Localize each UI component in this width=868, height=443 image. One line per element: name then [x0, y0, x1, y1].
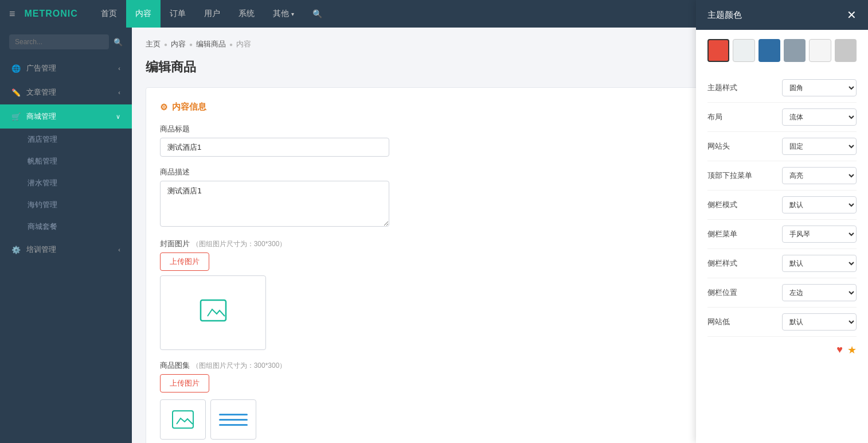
theme-panel-body: 主题样式 圆角 布局 流体 网站头 固定 顶部下拉菜单 高亮 侧栏模式 [696, 30, 868, 443]
theme-row-sidebar-menu: 侧栏菜单 手风琴 [707, 220, 857, 249]
color-swatch-blue[interactable] [758, 39, 780, 62]
dropdown-label: 顶部下拉菜单 [707, 170, 752, 181]
color-swatch-silver[interactable] [835, 39, 857, 62]
sidebar-item-training-label: 培训管理 [26, 244, 56, 255]
breadcrumb-edit[interactable]: 编辑商品 [196, 39, 226, 49]
sidebar-style-label: 侧栏样式 [707, 258, 737, 269]
search-icon: 🔍 [114, 38, 123, 46]
theme-colors [707, 39, 857, 62]
nav-item-system[interactable]: 系统 [229, 0, 264, 28]
chevron-down-icon: ▾ [291, 11, 294, 17]
sidebar-item-article-label: 文章管理 [26, 87, 56, 98]
brand-logo: METRONIC [25, 9, 78, 19]
theme-row-layout: 布局 流体 [707, 103, 857, 132]
nav-items: 首页 内容 订单 用户 系统 其他 ▾ 🔍 [92, 0, 760, 28]
nav-search-icon[interactable]: 🔍 [303, 0, 331, 28]
sidebar-pos-select[interactable]: 左边 [782, 284, 857, 301]
nav-item-user[interactable]: 用户 [195, 0, 229, 28]
theme-row-header: 网站头 固定 [707, 132, 857, 161]
theme-row-sidebar-mode: 侧栏模式 默认 [707, 191, 857, 220]
breadcrumb-content[interactable]: 内容 [171, 39, 186, 49]
cover-image-preview [160, 275, 266, 350]
theme-panel: 主题颜色 ✕ 主题样式 圆角 布局 流体 网站头 [696, 0, 868, 443]
cover-note: （图组图片尺寸为：300*300） [192, 240, 287, 248]
gear-icon: ⚙ [160, 102, 167, 112]
header-select[interactable]: 固定 [782, 138, 857, 155]
gallery-note: （图组图片尺寸为：300*300） [192, 362, 287, 370]
svg-rect-1 [173, 411, 193, 428]
layout-label: 布局 [707, 112, 722, 122]
sidebar: 🔍 🌐 广告管理 ‹ ✏️ 文章管理 ‹ 🛒 商城管理 ∨ 酒店管理 [0, 28, 132, 443]
breadcrumb-current: 内容 [236, 39, 251, 49]
color-swatch-white[interactable] [809, 39, 831, 62]
globe-icon: 🌐 [11, 64, 21, 73]
sidebar-item-ads[interactable]: 🌐 广告管理 ‹ [0, 56, 132, 80]
edit-icon: ✏️ [11, 88, 21, 97]
theme-panel-header: 主题颜色 ✕ [696, 0, 868, 30]
footer-label: 网站低 [707, 317, 730, 327]
search-input[interactable] [9, 34, 109, 49]
theme-style-label: 主题样式 [707, 83, 737, 93]
theme-row-sidebar-pos: 侧栏位置 左边 [707, 278, 857, 308]
heart-icon[interactable]: ♥ [836, 344, 843, 356]
sidebar-item-shop-label: 商城管理 [26, 111, 56, 122]
nav-item-other[interactable]: 其他 ▾ [264, 0, 303, 28]
header-label: 网站头 [707, 141, 730, 151]
nav-toggle-icon[interactable]: ≡ [9, 8, 15, 20]
upload-gallery-button[interactable]: 上传图片 [160, 374, 209, 393]
breadcrumb-home[interactable]: 主页 [146, 39, 161, 49]
sidebar-menu-select[interactable]: 手风琴 [782, 226, 857, 243]
sidebar-sub-package[interactable]: 商城套餐 [0, 216, 132, 238]
title-input[interactable] [160, 138, 389, 157]
sidebar-sub-sail[interactable]: 帆船管理 [0, 150, 132, 172]
shop-icon: 🛒 [11, 112, 21, 121]
sidebar-item-article[interactable]: ✏️ 文章管理 ‹ [0, 80, 132, 104]
gallery-thumb-1 [160, 399, 206, 440]
theme-panel-close-button[interactable]: ✕ [847, 8, 857, 22]
color-swatch-gray[interactable] [784, 39, 806, 62]
nav-item-order[interactable]: 订单 [161, 0, 195, 28]
color-swatch-light[interactable] [733, 39, 754, 62]
desc-textarea[interactable]: 测试酒店1 [160, 181, 389, 227]
sidebar-style-select[interactable]: 默认 [782, 255, 857, 272]
theme-row-sidebar-style: 侧栏样式 默认 [707, 249, 857, 278]
brand-suffix: NIC [60, 9, 78, 18]
breadcrumb-sep-1: ● [164, 41, 167, 48]
sidebar-pos-label: 侧栏位置 [707, 287, 737, 298]
chevron-down-shop-icon: ∨ [116, 113, 120, 121]
theme-row-dropdown: 顶部下拉菜单 高亮 [707, 161, 857, 191]
sidebar-sub-hotel[interactable]: 酒店管理 [0, 129, 132, 150]
chevron-icon: ‹ [118, 65, 120, 72]
theme-style-select[interactable]: 圆角 [782, 79, 857, 96]
breadcrumb-sep-3: ● [229, 41, 233, 48]
gallery-thumb-2 [210, 399, 256, 440]
sidebar-item-training[interactable]: ⚙️ 培训管理 ‹ [0, 238, 132, 262]
upload-cover-button[interactable]: 上传图片 [160, 252, 209, 271]
sidebar-item-ads-label: 广告管理 [26, 63, 56, 73]
nav-item-content[interactable]: 内容 [126, 0, 161, 28]
sidebar-sub-fishing[interactable]: 海钓管理 [0, 194, 132, 216]
color-swatch-red[interactable] [707, 39, 729, 62]
sidebar-menu-label: 侧栏菜单 [707, 229, 737, 239]
training-icon: ⚙️ [11, 246, 21, 254]
theme-footer-icons: ♥ ★ [707, 337, 857, 356]
layout-select[interactable]: 流体 [782, 108, 857, 126]
theme-row-style: 主题样式 圆角 [707, 73, 857, 103]
brand-prefix: METRO [25, 9, 61, 18]
nav-item-home[interactable]: 首页 [92, 0, 126, 28]
chevron-icon-article: ‹ [118, 89, 120, 96]
section-title: 内容信息 [172, 102, 206, 112]
sidebar-sub-dive[interactable]: 潜水管理 [0, 172, 132, 194]
chevron-training-icon: ‹ [118, 246, 120, 253]
theme-row-footer: 网站低 默认 [707, 308, 857, 337]
image-placeholder-icon [200, 299, 227, 327]
sidebar-item-shop[interactable]: 🛒 商城管理 ∨ [0, 104, 132, 129]
breadcrumb-sep-2: ● [189, 41, 193, 48]
star-icon[interactable]: ★ [847, 344, 857, 356]
theme-panel-title: 主题颜色 [707, 10, 742, 21]
footer-select[interactable]: 默认 [782, 313, 857, 331]
sidebar-mode-select[interactable]: 默认 [782, 196, 857, 213]
dropdown-select[interactable]: 高亮 [782, 167, 857, 184]
sidebar-search-container: 🔍 [0, 28, 132, 56]
sidebar-mode-label: 侧栏模式 [707, 200, 737, 210]
